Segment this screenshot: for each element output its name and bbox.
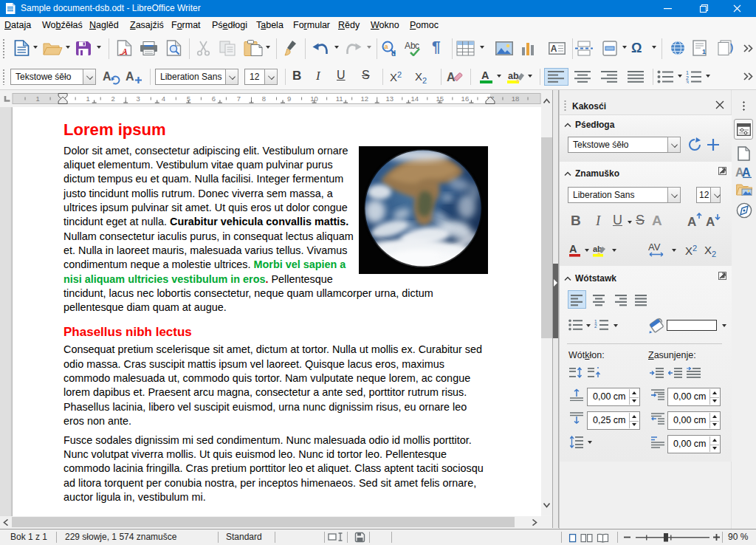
svg-text:A: A bbox=[687, 215, 696, 229]
svg-text:6: 6 bbox=[212, 95, 216, 103]
svg-text:a: a bbox=[384, 43, 388, 50]
svg-text:2: 2 bbox=[111, 95, 115, 103]
svg-text:A: A bbox=[126, 70, 134, 83]
svg-text:A: A bbox=[742, 166, 751, 178]
svg-text:15: 15 bbox=[436, 95, 444, 103]
svg-text:18: 18 bbox=[512, 95, 520, 103]
svg-text:d: d bbox=[391, 49, 396, 57]
svg-text:A: A bbox=[551, 44, 557, 54]
svg-text:10: 10 bbox=[310, 95, 318, 103]
svg-text:1: 1 bbox=[35, 95, 39, 103]
svg-text:3: 3 bbox=[686, 80, 689, 83]
svg-text:1: 1 bbox=[702, 48, 706, 55]
svg-text:14: 14 bbox=[411, 95, 419, 103]
svg-text:A: A bbox=[481, 69, 489, 81]
svg-text:5: 5 bbox=[187, 95, 190, 103]
svg-text:7: 7 bbox=[237, 95, 241, 103]
svg-text:1: 1 bbox=[86, 95, 90, 103]
svg-text:A: A bbox=[447, 71, 456, 83]
svg-text:A: A bbox=[706, 215, 715, 229]
svg-text:A: A bbox=[103, 70, 111, 83]
svg-text:AV: AV bbox=[648, 242, 661, 253]
svg-text:3: 3 bbox=[137, 95, 140, 103]
svg-text:4: 4 bbox=[162, 95, 165, 103]
svg-text:1: 1 bbox=[686, 70, 689, 75]
svg-text:9: 9 bbox=[287, 95, 291, 103]
svg-text:8: 8 bbox=[262, 95, 266, 103]
svg-text:12: 12 bbox=[360, 95, 368, 103]
svg-text:13: 13 bbox=[385, 95, 394, 103]
svg-text:2: 2 bbox=[594, 323, 597, 329]
svg-text:Ab: Ab bbox=[405, 41, 416, 51]
svg-text:A: A bbox=[569, 243, 577, 255]
svg-text:16: 16 bbox=[461, 95, 470, 103]
svg-text:11: 11 bbox=[336, 95, 343, 103]
